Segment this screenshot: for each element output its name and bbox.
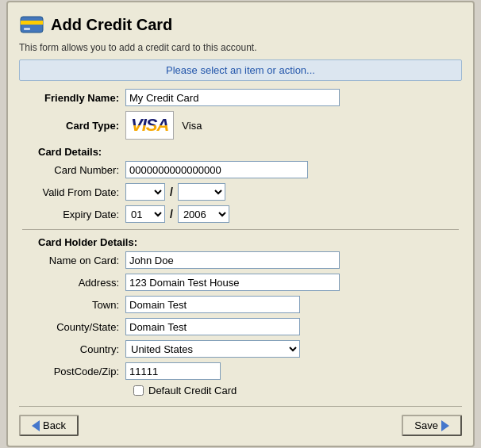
name-on-card-input[interactable]	[125, 251, 340, 269]
county-state-input[interactable]	[125, 318, 300, 335]
name-on-card-label: Name on Card:	[22, 255, 125, 266]
country-row: Country: United States United Kingdom Ca…	[22, 340, 459, 358]
default-cc-checkbox[interactable]	[133, 385, 144, 396]
card-number-label: Card Number:	[22, 164, 125, 176]
name-on-card-row: Name on Card:	[22, 251, 459, 269]
page-title: Add Credit Card	[51, 16, 172, 34]
friendly-name-row: Friendly Name:	[22, 89, 459, 106]
action-bar: Please select an item or action...	[19, 59, 462, 81]
postcode-label: PostCode/Zip:	[22, 366, 125, 377]
default-cc-row: Default Credit Card	[133, 385, 459, 396]
county-state-label: County/State:	[22, 321, 125, 333]
back-button[interactable]: Back	[19, 415, 79, 436]
postcode-row: PostCode/Zip:	[22, 362, 459, 380]
friendly-name-label: Friendly Name:	[22, 92, 125, 104]
card-number-input[interactable]	[125, 161, 308, 178]
svg-rect-1	[21, 21, 43, 25]
valid-from-label: Valid From Date:	[22, 186, 125, 198]
town-label: Town:	[22, 299, 125, 311]
back-arrow-icon	[32, 420, 40, 431]
friendly-name-input[interactable]	[125, 89, 340, 106]
town-row: Town:	[22, 296, 459, 313]
form-body: Friendly Name: Card Type: VISA Visa Card…	[19, 89, 462, 396]
card-type-name: Visa	[182, 120, 202, 132]
bottom-bar: Back Save	[19, 406, 462, 436]
default-cc-label: Default Credit Card	[148, 385, 237, 396]
save-label: Save	[414, 419, 438, 431]
visa-text: VISA	[131, 115, 168, 136]
address-label: Address:	[22, 277, 125, 289]
valid-from-month-select[interactable]: 01 02 03 04 05 06 07 08 09 10 11 12	[125, 183, 165, 201]
page-subtitle: This form allows you to add a credit car…	[19, 42, 462, 53]
expiry-date-row: Expiry Date: 01 02 03 04 05 06 07 08 09 …	[22, 205, 459, 223]
country-select[interactable]: United States United Kingdom Canada Aust…	[125, 340, 300, 358]
postcode-input[interactable]	[125, 362, 221, 380]
valid-from-row: Valid From Date: 01 02 03 04 05 06 07 08…	[22, 183, 459, 201]
expiry-label: Expiry Date:	[22, 209, 125, 220]
back-label: Back	[43, 419, 66, 431]
visa-logo: VISA	[125, 111, 174, 140]
address-row: Address:	[22, 274, 459, 291]
card-number-row: Card Number:	[22, 161, 459, 178]
add-credit-card-window: Add Credit Card This form allows you to …	[6, 1, 475, 447]
save-arrow-icon	[441, 420, 449, 431]
valid-from-year-select[interactable]: 2004 2005 2006	[178, 183, 225, 201]
expiry-month-select[interactable]: 01 02 03 04 05 06 07 08 09 10 11 12	[125, 205, 165, 223]
window-icon	[19, 12, 44, 37]
card-type-label: Card Type:	[22, 120, 125, 132]
town-input[interactable]	[125, 296, 300, 313]
card-holder-header: Card Holder Details:	[38, 236, 459, 248]
county-state-row: County/State:	[22, 318, 459, 335]
country-label: Country:	[22, 343, 125, 355]
expiry-year-select[interactable]: 2006 2007 2008 2009 2010	[178, 205, 229, 223]
card-type-display: VISA Visa	[125, 111, 202, 140]
card-details-header: Card Details:	[38, 146, 459, 158]
svg-rect-2	[24, 28, 30, 30]
card-type-row: Card Type: VISA Visa	[22, 111, 459, 140]
address-input[interactable]	[125, 274, 340, 291]
save-button[interactable]: Save	[402, 415, 462, 436]
